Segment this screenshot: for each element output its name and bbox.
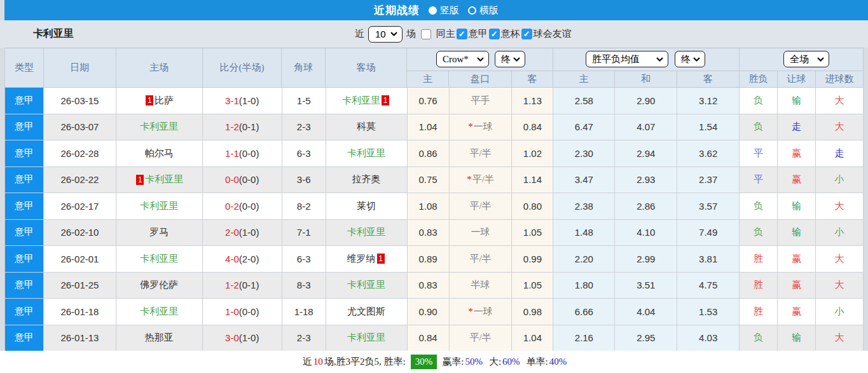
result-goals-cell: 大 bbox=[816, 193, 864, 220]
home-team-cell: 佛罗伦萨 bbox=[116, 273, 203, 299]
corners-cell: 6-3 bbox=[282, 140, 326, 167]
chevron-down-icon bbox=[656, 57, 663, 62]
table-row: 意甲26-01-25佛罗伦萨1-2(0-1)8-3卡利亚里0.83半球1.051… bbox=[5, 273, 864, 299]
star-icon: * bbox=[468, 121, 473, 132]
avg-away-cell: 3.57 bbox=[677, 193, 740, 220]
away-team-name: 卡利亚里 bbox=[347, 279, 385, 291]
match-count-select[interactable]: 10 bbox=[368, 26, 403, 43]
avg-away: 2.37 bbox=[699, 174, 717, 185]
result-wdl: 负 bbox=[754, 95, 763, 107]
date-cell: 26-03-07 bbox=[44, 114, 116, 141]
handicap-line: 平/半 bbox=[469, 200, 491, 212]
result-goals-cell: 大 bbox=[816, 88, 864, 114]
score-cell: 2-0(1-0) bbox=[203, 220, 282, 247]
match-type: 意甲 bbox=[15, 147, 34, 159]
radio-label[interactable]: 横版 bbox=[479, 4, 499, 17]
odds-home: 0.86 bbox=[418, 148, 437, 159]
corners-cell: 2-3 bbox=[282, 325, 326, 352]
result-wdl-cell: 负 bbox=[740, 325, 778, 352]
avg-home-cell: 2.58 bbox=[553, 88, 615, 114]
italy-cup-checkbox[interactable]: ✓ bbox=[489, 29, 500, 39]
avg-away: 4.75 bbox=[699, 280, 717, 290]
match-date: 26-01-25 bbox=[60, 280, 99, 290]
odds-away-cell: 1.04 bbox=[512, 325, 553, 352]
radio-label[interactable]: 竖版 bbox=[440, 4, 459, 17]
result-scope-select[interactable]: 全场 bbox=[783, 51, 829, 67]
result-handicap-cell: 输 bbox=[778, 193, 816, 220]
odds-away: 1.14 bbox=[523, 174, 542, 185]
corners-value: 8-3 bbox=[297, 280, 311, 290]
home-team-name: 比萨 bbox=[155, 95, 174, 107]
avg-away-cell: 4.75 bbox=[677, 273, 740, 299]
home-team-cell: 罗马 bbox=[116, 220, 203, 247]
stat-label: 赢率: bbox=[442, 356, 464, 368]
header-away: 客场 bbox=[326, 48, 407, 88]
result-wdl-cell: 胜 bbox=[740, 246, 778, 273]
result-goals: 大 bbox=[835, 332, 844, 344]
match-type-cell: 意甲 bbox=[5, 273, 44, 299]
avg-home: 2.58 bbox=[575, 95, 593, 106]
radio-unselected-icon[interactable] bbox=[468, 6, 476, 15]
team-name-title: 卡利亚里 bbox=[33, 20, 74, 48]
score-cell: 0-0(0-0) bbox=[203, 167, 282, 194]
near-label: 近 bbox=[355, 28, 364, 40]
date-cell: 26-02-10 bbox=[44, 220, 116, 247]
subheader-result-wdl: 胜负 bbox=[740, 71, 778, 87]
result-wdl-cell: 平 bbox=[740, 167, 778, 194]
subheader-avg-home: 主 bbox=[553, 71, 615, 87]
same-home-checkbox[interactable] bbox=[421, 29, 431, 39]
club-friendly-checkbox[interactable]: ✓ bbox=[521, 29, 532, 39]
club-friendly-label: 球会友谊 bbox=[534, 28, 572, 40]
serie-a-checkbox[interactable]: ✓ bbox=[457, 29, 467, 39]
corners-value: 6-3 bbox=[297, 148, 311, 159]
handicap-line: 一球 bbox=[471, 226, 490, 238]
away-team-cell: 尤文图斯 bbox=[326, 299, 408, 325]
result-handicap-cell: 输 bbox=[778, 220, 816, 247]
layout-option-vertical[interactable]: 竖版 bbox=[422, 4, 459, 17]
header-score: 比分(半场) bbox=[203, 48, 282, 88]
away-team-cell: 拉齐奥 bbox=[326, 167, 408, 194]
away-team-name: 尤文图斯 bbox=[347, 306, 385, 318]
avg-away: 3.81 bbox=[699, 254, 717, 264]
odds-line-cell: 一球 bbox=[450, 220, 513, 247]
layout-option-horizontal[interactable]: 横版 bbox=[462, 4, 499, 17]
away-team-name: 拉齐奥 bbox=[352, 173, 381, 186]
result-wdl: 胜 bbox=[754, 306, 763, 318]
handicap-line: 平/半 bbox=[469, 332, 491, 344]
halftime-score: (0-0) bbox=[239, 148, 259, 159]
score-cell: 1-2(0-1) bbox=[203, 273, 282, 299]
table-row: 意甲26-02-01卡利亚里4-0(2-0)6-3维罗纳10.89平/半0.99… bbox=[5, 246, 864, 273]
score-cell: 1-2(0-1) bbox=[203, 114, 282, 141]
odds-away-cell: 1.02 bbox=[512, 140, 553, 167]
table-header: 类型 日期 主场 比分(半场) 角球 客场 主 盘口 客 主 和 客 胜负 让球… bbox=[5, 48, 864, 88]
avg-draw: 2.99 bbox=[637, 254, 655, 264]
fulltime-score: 2-0 bbox=[225, 227, 239, 238]
home-team-cell: 帕尔马 bbox=[116, 140, 203, 167]
result-handicap-cell: 赢 bbox=[778, 299, 816, 325]
match-type-cell: 意甲 bbox=[5, 246, 44, 273]
odds-company-select[interactable]: Crow* bbox=[436, 51, 489, 67]
odds-away: 0.80 bbox=[523, 201, 542, 212]
result-wdl: 平 bbox=[754, 147, 763, 159]
handicap-line: 平/半 bbox=[472, 173, 494, 186]
avg-type-select[interactable]: 胜平负均值 bbox=[586, 51, 668, 67]
match-type-cell: 意甲 bbox=[5, 114, 44, 141]
home-team-cell: 卡利亚里 bbox=[116, 299, 203, 325]
page-title: 近期战绩 bbox=[374, 3, 420, 18]
avg-time-select[interactable]: 终 bbox=[675, 51, 705, 67]
avg-home-cell: 6.47 bbox=[553, 114, 615, 141]
match-type-cell: 意甲 bbox=[5, 220, 44, 247]
fulltime-score: 3-0 bbox=[225, 332, 239, 343]
match-type: 意甲 bbox=[15, 306, 34, 318]
fulltime-score: 3-1 bbox=[225, 95, 239, 106]
corners-value: 8-2 bbox=[297, 201, 311, 212]
odds-line-cell: 平/半 bbox=[450, 246, 513, 273]
radio-selected-icon[interactable] bbox=[429, 6, 437, 15]
table-row: 意甲26-01-13热那亚3-0(1-0)2-3卡利亚里0.84平/半1.042… bbox=[5, 325, 864, 352]
avg-home-cell: 2.16 bbox=[553, 325, 615, 352]
avg-away: 1.54 bbox=[699, 121, 717, 132]
odds-time-select[interactable]: 终 bbox=[495, 51, 525, 67]
corners-value: 3-6 bbox=[297, 174, 311, 185]
odds-away-cell: 0.99 bbox=[512, 246, 553, 273]
header-type: 类型 bbox=[5, 48, 44, 88]
